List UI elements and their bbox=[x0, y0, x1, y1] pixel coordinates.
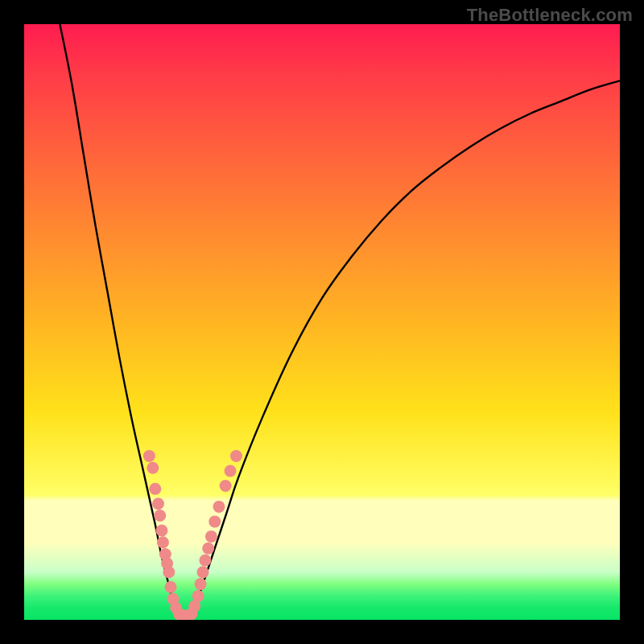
scatter-dots bbox=[143, 450, 242, 620]
plot-area bbox=[24, 24, 620, 620]
scatter-dot bbox=[143, 450, 155, 462]
scatter-dot bbox=[165, 581, 177, 593]
curve-layer bbox=[24, 24, 620, 620]
scatter-dot bbox=[220, 480, 232, 492]
scatter-dot bbox=[208, 515, 221, 527]
right-curve bbox=[191, 80, 620, 620]
scatter-dot bbox=[195, 578, 207, 590]
scatter-dot bbox=[157, 536, 169, 548]
scatter-dot bbox=[152, 497, 164, 510]
scatter-dot bbox=[213, 501, 225, 513]
scatter-dot bbox=[192, 590, 204, 602]
scatter-dot bbox=[155, 525, 167, 537]
scatter-dot bbox=[154, 510, 166, 522]
chart-frame: TheBottleneck.com bbox=[0, 0, 644, 644]
scatter-dot bbox=[205, 530, 217, 543]
scatter-dot bbox=[225, 465, 237, 477]
scatter-dot bbox=[202, 543, 214, 555]
scatter-dot bbox=[230, 450, 242, 462]
scatter-dot bbox=[199, 555, 211, 567]
watermark-text: TheBottleneck.com bbox=[467, 5, 633, 26]
scatter-dot bbox=[147, 462, 159, 474]
scatter-dot bbox=[163, 566, 175, 578]
scatter-dot bbox=[197, 566, 209, 578]
scatter-dot bbox=[149, 483, 161, 495]
